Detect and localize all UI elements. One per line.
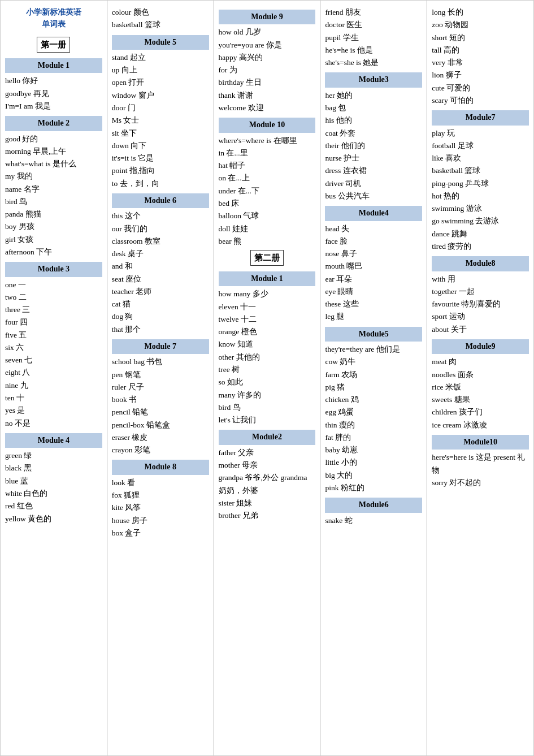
module-title: Module 9 (219, 10, 316, 24)
word-entry: know 知道 (219, 338, 316, 351)
word-entry: ear 耳朵 (325, 273, 422, 286)
word-entry: in 在...里 (219, 147, 316, 159)
word-entry: two 二 (5, 291, 102, 304)
word-entry: sorry 对不起的 (432, 477, 529, 489)
word-entry: my 我的 (5, 170, 102, 183)
word-entry: tired 疲劳的 (432, 240, 529, 253)
word-entry: bed 床 (219, 197, 316, 210)
word-entry: down 向下 (112, 140, 209, 152)
word-entry: eight 八 (5, 366, 102, 379)
word-entry: seven 七 (5, 354, 102, 366)
word-entry: to 去，到，向 (112, 178, 209, 190)
word-entry: zoo 动物园 (432, 19, 529, 31)
word-entry: rice 米饭 (432, 381, 529, 394)
word-entry: how old 几岁 (219, 26, 316, 38)
word-entry: pig 猪 (325, 381, 422, 394)
word-entry: teacher 老师 (112, 286, 209, 298)
word-entry: balloon 气球 (219, 210, 316, 222)
word-entry: sweets 糖果 (432, 394, 529, 406)
word-entry: fat 胖的 (325, 431, 422, 444)
word-entry: dance 跳舞 (432, 228, 529, 240)
word-entry: dog 狗 (112, 310, 209, 323)
word-entry: face 脸 (325, 235, 422, 248)
word-entry: ruler 尺子 (112, 381, 209, 394)
word-entry: I'm=I am 我是 (5, 100, 102, 113)
word-entry: thin 瘦的 (325, 419, 422, 431)
page-container: 小学新标准英语单词表第一册Module 1hello 你好goodbye 再见I… (0, 0, 534, 756)
word-entry: green 绿 (5, 450, 102, 462)
word-entry: pink 粉红的 (325, 482, 422, 494)
word-entry: scary 可怕的 (432, 94, 529, 107)
word-entry: what's=what is 是什么 (5, 158, 102, 170)
word-entry: door 门 (112, 102, 209, 114)
word-entry: it's=it is 它是 (112, 152, 209, 165)
word-entry: together 一起 (432, 286, 529, 298)
word-entry: Ms 女士 (112, 114, 209, 127)
word-entry: look 看 (112, 477, 209, 489)
word-entry: egg 鸡蛋 (325, 406, 422, 418)
module-title: Module10 (432, 435, 529, 450)
word-entry: yellow 黄色的 (5, 513, 102, 525)
word-entry: pupil 学生 (325, 32, 422, 44)
word-entry: white 白色的 (5, 487, 102, 500)
word-entry: red 红色 (5, 500, 102, 512)
word-entry: mouth 嘴巴 (325, 260, 422, 273)
word-entry: his 他的 (325, 114, 422, 127)
word-entry: doctor 医生 (325, 19, 422, 31)
module-title: Module 5 (112, 35, 209, 50)
word-entry: mother 母亲 (219, 459, 316, 472)
word-entry: eye 眼睛 (325, 286, 422, 298)
word-entry: they're=they are 他们是 (325, 343, 422, 356)
word-entry: farm 农场 (325, 369, 422, 381)
module-title: Module8 (432, 256, 529, 271)
word-entry: hello 你好 (5, 75, 102, 87)
module-title: Module 2 (5, 116, 102, 131)
word-entry: stand 起立 (112, 51, 209, 64)
word-entry: bird 鸟 (5, 196, 102, 208)
word-entry: fox 狐狸 (112, 489, 209, 502)
module-title: Module 10 (219, 118, 316, 132)
word-entry: their 他们的 (325, 140, 422, 152)
word-entry: about 关于 (432, 323, 529, 336)
word-entry: children 孩子们 (432, 406, 529, 418)
word-entry: little 小的 (325, 456, 422, 469)
module-title: Module 6 (112, 193, 209, 208)
word-entry: seat 座位 (112, 273, 209, 286)
word-entry: driver 司机 (325, 178, 422, 190)
word-entry: hat 帽子 (219, 159, 316, 172)
word-entry: on 在...上 (219, 172, 316, 184)
module-title: Module 1 (219, 271, 316, 286)
word-entry: box 盒子 (112, 527, 209, 539)
word-entry: her 她的 (325, 89, 422, 102)
word-entry: friend 朋友 (325, 6, 422, 19)
word-entry: ten 十 (5, 392, 102, 404)
word-entry: sister 姐妹 (219, 497, 316, 509)
word-entry: dress 连衣裙 (325, 165, 422, 177)
word-entry: other 其他的 (219, 351, 316, 364)
word-entry: how many 多少 (219, 288, 316, 300)
word-entry: pencil-box 铅笔盒 (112, 419, 209, 431)
word-entry: chicken 鸡 (325, 394, 422, 406)
word-entry: hot 热的 (432, 190, 529, 202)
word-entry: classroom 教室 (112, 235, 209, 248)
word-entry: nose 鼻子 (325, 248, 422, 260)
module-title: Module9 (432, 339, 529, 354)
word-entry: ping-pong 乒乓球 (432, 178, 529, 190)
module-title: Module 8 (112, 460, 209, 474)
book-title: 第二册 (250, 250, 284, 266)
word-entry: father 父亲 (219, 447, 316, 459)
word-entry: with 用 (432, 273, 529, 286)
word-entry: crayon 彩笔 (112, 444, 209, 456)
word-entry: cow 奶牛 (325, 356, 422, 368)
word-entry: she's=she is 她是 (325, 57, 422, 69)
word-entry: panda 熊猫 (5, 208, 102, 221)
word-entry: pen 钢笔 (112, 369, 209, 381)
word-entry: basketball 篮球 (432, 165, 529, 177)
word-entry: nurse 护士 (325, 152, 422, 165)
word-entry: eleven 十一 (219, 301, 316, 313)
word-entry: happy 高兴的 (219, 51, 316, 64)
word-entry: swimming 游泳 (432, 202, 529, 215)
word-entry: nine 九 (5, 379, 102, 392)
word-entry: these 这些 (325, 298, 422, 310)
module-title: Module3 (325, 72, 422, 87)
